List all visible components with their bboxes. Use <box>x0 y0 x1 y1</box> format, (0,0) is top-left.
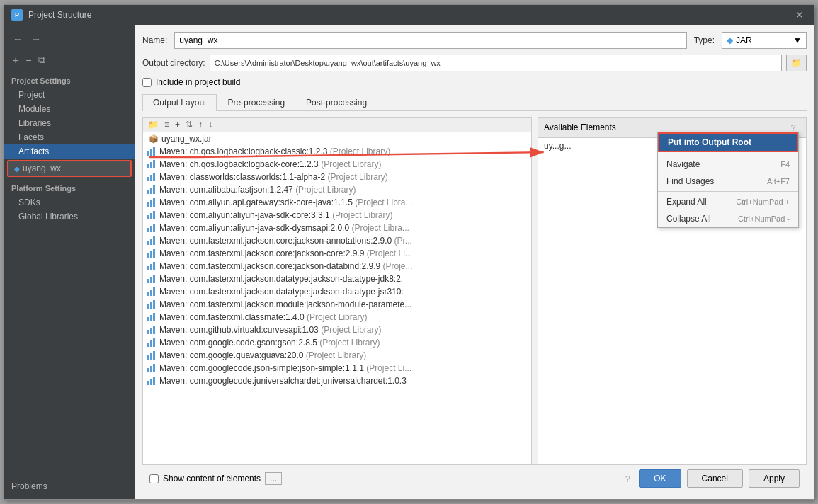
main-content: Name: Type: ◆ JAR ▼ Output directory: 📁 <box>135 25 814 499</box>
jar-item-label: uyang_wx.jar <box>161 134 212 144</box>
list-item[interactable]: Maven: ch.qos.logback:logback-core:1.2.3… <box>143 158 531 171</box>
jar-item[interactable]: 📦 uyang_wx.jar <box>143 132 531 145</box>
type-diamond-icon: ◆ <box>727 35 733 45</box>
artifact-item-uyang-wx[interactable]: ◆ uyang_wx <box>7 160 132 177</box>
available-elements-label: Available Elements <box>544 122 616 132</box>
dialog-title: Project Structure <box>28 10 91 20</box>
platform-settings-label: Platform Settings <box>4 178 135 195</box>
sidebar-item-libraries[interactable]: Libraries <box>4 116 135 130</box>
list-item[interactable]: Maven: com.google.code.gson:gson:2.8.5 (… <box>143 336 531 349</box>
list-item[interactable]: Maven: com.googlecode.json-simple:json-s… <box>143 362 531 374</box>
sidebar-item-facets[interactable]: Facets <box>4 130 135 144</box>
ok-button[interactable]: OK <box>639 469 681 488</box>
list-item[interactable]: Maven: com.googlecode.juniversalchardet:… <box>143 374 531 387</box>
left-panel: 📁 ≡ + ⇅ ↑ ↓ 📦 uyang_wx.jar <box>142 117 532 464</box>
list-item[interactable]: Maven: com.fasterxml.jackson.datatype:ja… <box>143 273 531 285</box>
maven-bars-icon <box>147 313 155 321</box>
artifact-diamond-icon: ◆ <box>14 165 20 173</box>
context-menu-item-expand-all[interactable]: Expand All Ctrl+NumPad + <box>658 193 798 210</box>
left-toolbar-down-btn[interactable]: ↓ <box>206 119 215 130</box>
right-panel: Available Elements ? uy...g... Put into … <box>538 117 807 464</box>
left-toolbar-add-btn[interactable]: + <box>173 119 182 130</box>
show-content-checkbox[interactable] <box>149 474 159 483</box>
sidebar-item-global-libraries[interactable]: Global Libraries <box>4 210 135 224</box>
nav-forward-button[interactable]: → <box>28 32 44 46</box>
sidebar-item-modules[interactable]: Modules <box>4 102 135 116</box>
sidebar-item-problems[interactable]: Problems <box>4 479 135 493</box>
context-menu-separator-2 <box>658 191 798 192</box>
left-toolbar-up-btn[interactable]: ↑ <box>196 119 205 130</box>
maven-bars-icon <box>147 377 155 385</box>
list-item[interactable]: Maven: com.github.virtuald:curvesapi:1.0… <box>143 323 531 336</box>
list-item[interactable]: Maven: classworlds:classworlds:1.1-alpha… <box>143 171 531 183</box>
artifact-toolbar: + − ⧉ <box>4 52 135 68</box>
browse-dir-button[interactable]: 📁 <box>786 55 807 71</box>
list-item[interactable]: Maven: com.fasterxml.classmate:1.4.0 (Pr… <box>143 311 531 323</box>
include-label: Include in project build <box>156 77 240 87</box>
list-item[interactable]: Maven: com.google.guava:guava:20.0 (Proj… <box>143 349 531 362</box>
output-dir-label: Output directory: <box>142 58 205 68</box>
list-item[interactable]: Maven: com.fasterxml.jackson.core:jackso… <box>143 247 531 260</box>
apply-button[interactable]: Apply <box>749 469 800 488</box>
include-checkbox-row: Include in project build <box>142 77 807 87</box>
list-item[interactable]: Maven: com.fasterxml.jackson.datatype:ja… <box>143 285 531 298</box>
type-value: JAR <box>736 35 752 45</box>
copy-artifact-button[interactable]: ⧉ <box>35 53 48 67</box>
add-artifact-button[interactable]: + <box>10 54 21 67</box>
tab-output-layout[interactable]: Output Layout <box>142 94 217 111</box>
context-menu-item-put-into-output-root[interactable]: Put into Output Root <box>658 132 798 152</box>
list-item[interactable]: Maven: com.fasterxml.jackson.core:jackso… <box>143 234 531 247</box>
maven-bars-icon <box>147 173 155 181</box>
name-row: Name: Type: ◆ JAR ▼ <box>142 32 807 49</box>
title-bar-left: P Project Structure <box>11 9 91 21</box>
content-area: 📁 ≡ + ⇅ ↑ ↓ 📦 uyang_wx.jar <box>142 117 807 464</box>
name-input[interactable] <box>174 32 686 49</box>
bottom-bar: Show content of elements ... ? OK Cancel… <box>142 464 807 492</box>
include-project-build-checkbox[interactable] <box>142 78 152 87</box>
nav-back-button[interactable]: ← <box>10 32 25 46</box>
maven-bars-icon <box>147 275 155 283</box>
list-item[interactable]: Maven: com.fasterxml.jackson.core:jackso… <box>143 260 531 273</box>
maven-bars-icon <box>147 364 155 372</box>
context-menu-item-collapse-all[interactable]: Collapse All Ctrl+NumPad - <box>658 210 798 227</box>
title-bar: P Project Structure ✕ <box>4 5 814 25</box>
help-button[interactable]: ? <box>620 471 635 486</box>
name-label: Name: <box>142 35 167 45</box>
list-item[interactable]: Maven: com.alibaba:fastjson:1.2.47 (Proj… <box>143 183 531 196</box>
maven-bars-icon <box>147 338 155 347</box>
type-dropdown-arrow: ▼ <box>793 35 802 45</box>
maven-bars-icon <box>147 198 155 207</box>
left-toolbar-list-icon[interactable]: ≡ <box>162 119 171 130</box>
sidebar-item-artifacts[interactable]: Artifacts <box>4 144 135 159</box>
maven-bars-icon <box>147 160 155 168</box>
list-item[interactable]: Maven: ch.qos.logback:logback-classic:1.… <box>143 145 531 158</box>
type-select[interactable]: ◆ JAR ▼ <box>722 32 807 49</box>
maven-bars-icon <box>147 211 155 219</box>
list-item[interactable]: Maven: com.fasterxml.jackson.module:jack… <box>143 298 531 311</box>
left-toolbar-folder-icon[interactable]: 📁 <box>146 119 161 130</box>
artifact-item-label: uyang_wx <box>23 164 61 173</box>
sidebar-item-project[interactable]: Project <box>4 88 135 102</box>
maven-bars-icon <box>147 351 155 360</box>
left-toolbar-sort-btn[interactable]: ⇅ <box>183 119 195 130</box>
maven-bars-icon <box>147 224 155 232</box>
output-dir-input[interactable] <box>210 55 782 71</box>
sidebar: ← → + − ⧉ Project Settings Project Modul… <box>4 25 135 499</box>
list-item[interactable]: Maven: com.aliyun.api.gateway:sdk-core-j… <box>143 196 531 209</box>
folder-icon: 📁 <box>791 58 802 68</box>
context-menu-separator <box>658 154 798 154</box>
project-structure-dialog: P Project Structure ✕ ← → + − ⧉ Project … <box>4 4 814 500</box>
context-menu: Put into Output Root Navigate F4 Find Us… <box>657 132 799 228</box>
tab-pre-processing[interactable]: Pre-processing <box>217 94 295 110</box>
tab-post-processing[interactable]: Post-processing <box>295 94 377 110</box>
list-item[interactable]: Maven: com.aliyun:aliyun-java-sdk-dysmsa… <box>143 222 531 234</box>
project-settings-label: Project Settings <box>4 71 135 88</box>
context-menu-item-navigate[interactable]: Navigate F4 <box>658 156 798 173</box>
list-item[interactable]: Maven: com.aliyun:aliyun-java-sdk-core:3… <box>143 209 531 222</box>
cancel-button[interactable]: Cancel <box>687 469 743 488</box>
more-options-button[interactable]: ... <box>265 472 282 485</box>
remove-artifact-button[interactable]: − <box>23 54 34 67</box>
context-menu-item-find-usages[interactable]: Find Usages Alt+F7 <box>658 173 798 190</box>
close-button[interactable]: ✕ <box>793 9 807 21</box>
sidebar-item-sdks[interactable]: SDKs <box>4 195 135 210</box>
